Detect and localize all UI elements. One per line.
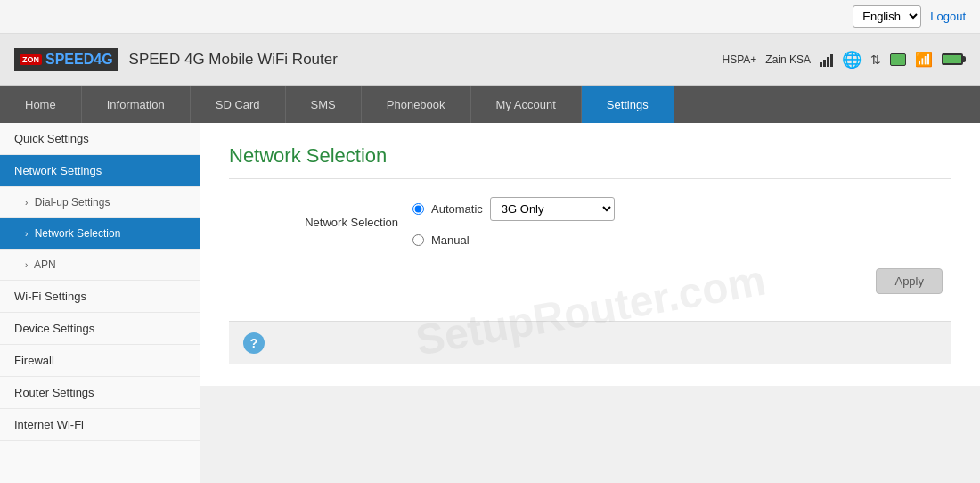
transfer-icon: ⇅ bbox=[870, 53, 881, 67]
logo-prefix: ZON bbox=[20, 54, 42, 65]
logo-brand: SPEED4G bbox=[45, 52, 113, 68]
apply-row: Apply bbox=[229, 268, 951, 294]
network-type-label: HSPA+ bbox=[723, 53, 757, 66]
top-bar: English Logout bbox=[0, 0, 980, 34]
signal-icon bbox=[820, 53, 833, 67]
globe-icon: 🌐 bbox=[842, 50, 862, 70]
sidebar-item-network-selection[interactable]: › Network Selection bbox=[0, 218, 200, 250]
nav-item-myaccount[interactable]: My Account bbox=[471, 86, 582, 123]
main-content: SetupRouter.com Network Selection Networ… bbox=[200, 123, 980, 386]
sidebar-item-wifi-settings[interactable]: Wi-Fi Settings bbox=[0, 281, 200, 313]
manual-label: Manual bbox=[431, 233, 470, 247]
nav-item-settings[interactable]: Settings bbox=[582, 86, 674, 123]
arrow-icon-2: › bbox=[25, 229, 28, 239]
logout-link[interactable]: Logout bbox=[930, 10, 966, 23]
main-nav: Home Information SD Card SMS Phonebook M… bbox=[0, 86, 980, 123]
automatic-radio-row: Automatic 3G Only 2G Only 3G Preferred 2… bbox=[412, 197, 615, 221]
nav-item-sdcard[interactable]: SD Card bbox=[191, 86, 286, 123]
sidebar: Quick Settings Network Settings › Dial-u… bbox=[0, 123, 200, 483]
sidebar-item-internet-wifi[interactable]: Internet Wi-Fi bbox=[0, 409, 200, 441]
sidebar-item-router-settings[interactable]: Router Settings bbox=[0, 377, 200, 409]
content-wrapper: Quick Settings Network Settings › Dial-u… bbox=[0, 123, 980, 483]
manual-radio[interactable] bbox=[412, 234, 424, 246]
main-area: SetupRouter.com Network Selection Networ… bbox=[200, 123, 980, 483]
nav-item-home[interactable]: Home bbox=[0, 86, 82, 123]
apply-button[interactable]: Apply bbox=[876, 268, 943, 294]
nav-item-sms[interactable]: SMS bbox=[286, 86, 362, 123]
sidebar-item-device-settings[interactable]: Device Settings bbox=[0, 313, 200, 345]
logo-box: ZON SPEED4G bbox=[14, 48, 118, 71]
status-area: HSPA+ Zain KSA 🌐 ⇅ 📶 bbox=[723, 50, 967, 70]
field-label: Network Selection bbox=[282, 216, 398, 229]
help-section: ? bbox=[229, 321, 951, 364]
header: ZON SPEED4G SPEED 4G Mobile WiFi Router … bbox=[0, 34, 980, 86]
nav-item-information[interactable]: Information bbox=[82, 86, 191, 123]
language-select[interactable]: English bbox=[853, 5, 921, 28]
form-row: Network Selection Automatic 3G Only 2G O… bbox=[282, 197, 951, 247]
logo-area: ZON SPEED4G SPEED 4G Mobile WiFi Router bbox=[14, 48, 338, 71]
help-icon[interactable]: ? bbox=[243, 332, 265, 354]
header-title: SPEED 4G Mobile WiFi Router bbox=[129, 51, 338, 69]
arrow-icon: › bbox=[25, 198, 28, 208]
signal-strength-icon bbox=[890, 53, 906, 66]
sidebar-item-firewall[interactable]: Firewall bbox=[0, 345, 200, 377]
automatic-radio[interactable] bbox=[412, 203, 424, 215]
carrier-label: Zain KSA bbox=[765, 53, 811, 66]
network-type-select[interactable]: 3G Only 2G Only 3G Preferred 2G Preferre… bbox=[490, 197, 615, 221]
nav-item-phonebook[interactable]: Phonebook bbox=[362, 86, 471, 123]
sidebar-item-dialup-settings[interactable]: › Dial-up Settings bbox=[0, 187, 200, 218]
automatic-label: Automatic bbox=[431, 202, 483, 216]
wifi-icon: 📶 bbox=[915, 51, 933, 68]
sidebar-item-network-settings[interactable]: Network Settings bbox=[0, 155, 200, 187]
manual-radio-row: Manual bbox=[412, 233, 615, 247]
page-title: Network Selection bbox=[229, 144, 951, 179]
arrow-icon-3: › bbox=[25, 260, 28, 270]
battery-icon bbox=[942, 53, 966, 65]
radio-group: Automatic 3G Only 2G Only 3G Preferred 2… bbox=[412, 197, 615, 247]
sidebar-item-apn[interactable]: › APN bbox=[0, 250, 200, 281]
sidebar-item-quick-settings[interactable]: Quick Settings bbox=[0, 123, 200, 155]
